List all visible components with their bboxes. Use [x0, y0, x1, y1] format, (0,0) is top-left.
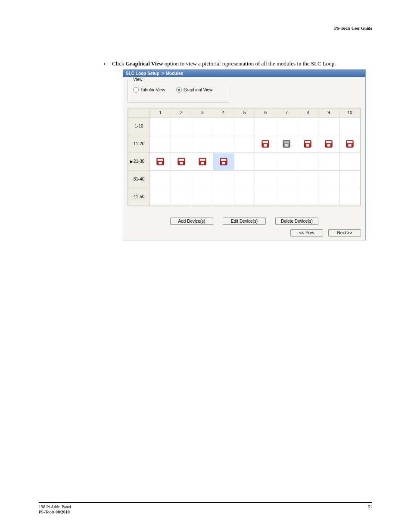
grid-cell[interactable]: [213, 135, 234, 152]
device-icon: [304, 141, 311, 146]
svg-rect-20: [180, 162, 183, 164]
grid-cell[interactable]: [171, 188, 192, 205]
grid-cell[interactable]: [213, 117, 234, 135]
grid-cell[interactable]: [213, 170, 234, 188]
grid-cell[interactable]: [150, 170, 171, 188]
grid-cell[interactable]: [171, 152, 192, 170]
grid-col-header: 3: [192, 108, 213, 117]
device-icon: [325, 141, 333, 146]
grid-row-header[interactable]: 11-20: [128, 135, 150, 152]
grid-cell[interactable]: [150, 188, 171, 205]
bullet-icon: •: [103, 61, 106, 68]
device-icon: [220, 159, 227, 164]
next-button[interactable]: Next >>: [328, 229, 361, 236]
svg-rect-7: [305, 141, 311, 143]
grid-cell[interactable]: [150, 117, 171, 135]
grid-row-header[interactable]: 1-10: [128, 117, 150, 135]
grid-cell[interactable]: [192, 152, 213, 170]
device-icon: [156, 159, 164, 164]
radio-tabular-view[interactable]: Tabular View: [133, 87, 165, 93]
grid-cell[interactable]: [171, 170, 192, 188]
grid-cell[interactable]: [339, 152, 361, 170]
grid-col-header: 1: [150, 108, 171, 117]
grid-cell[interactable]: [234, 117, 255, 135]
grid-cell[interactable]: [276, 135, 297, 152]
grid-cell[interactable]: [150, 152, 171, 170]
grid-cell[interactable]: [339, 188, 361, 205]
grid-cell[interactable]: [234, 152, 255, 170]
grid-cell[interactable]: [318, 188, 339, 205]
grid-cell[interactable]: [297, 152, 318, 170]
svg-rect-10: [326, 141, 332, 143]
radio-graphical-view[interactable]: Graphical View: [176, 87, 212, 93]
grid-cell[interactable]: [318, 170, 339, 188]
grid-cell[interactable]: [213, 188, 234, 205]
screenshot-window: SLC Loop Setup -> Modules View Tabular V…: [123, 69, 366, 240]
grid-cell[interactable]: [234, 188, 255, 205]
svg-rect-23: [201, 162, 204, 164]
grid-row-header[interactable]: 31-40: [128, 170, 150, 188]
svg-rect-16: [158, 159, 163, 161]
add-device-button[interactable]: Add Device(s): [170, 218, 213, 225]
prev-button[interactable]: << Prev: [290, 229, 323, 236]
grid-cell[interactable]: [318, 117, 339, 135]
grid-cell[interactable]: [192, 170, 213, 188]
grid-row: 1-10: [128, 117, 361, 135]
svg-rect-14: [348, 144, 351, 146]
grid-row: 41-50: [128, 188, 361, 205]
device-icon: [199, 159, 206, 164]
svg-rect-26: [222, 162, 225, 164]
grid-cell[interactable]: [318, 152, 339, 170]
grid-cell[interactable]: [297, 117, 318, 135]
grid-row: ▶21-30: [128, 152, 361, 170]
instruction-post: option to view a pictorial representatio…: [163, 60, 336, 67]
grid-col-header: 6: [255, 108, 276, 117]
grid-col-header: 5: [234, 108, 255, 117]
grid-cell[interactable]: [192, 117, 213, 135]
grid-col-header: 9: [318, 108, 339, 117]
grid-cell[interactable]: [297, 170, 318, 188]
grid-cell[interactable]: [171, 135, 192, 152]
grid-cell[interactable]: [276, 170, 297, 188]
instruction-text: • Click Graphical View option to view a …: [112, 60, 372, 68]
grid-row: 11-20: [128, 135, 361, 152]
delete-device-button[interactable]: Delete Device(s): [275, 218, 318, 225]
svg-rect-13: [347, 141, 353, 143]
grid-cell[interactable]: [234, 170, 255, 188]
device-grid[interactable]: 123456789101-1011-20▶21-3031-4041-50: [128, 108, 361, 206]
page-header-right: PS-Tools User Guide: [334, 26, 372, 31]
grid-cell[interactable]: [276, 117, 297, 135]
grid-cell[interactable]: [339, 117, 361, 135]
grid-cell[interactable]: [255, 152, 276, 170]
grid-cell[interactable]: [255, 170, 276, 188]
window-title: SLC Loop Setup -> Modules: [123, 70, 365, 77]
grid-cell[interactable]: [213, 152, 234, 170]
radio-graphical-label: Graphical View: [184, 87, 212, 92]
grid-cell[interactable]: [192, 188, 213, 205]
grid-cell[interactable]: [276, 188, 297, 205]
grid-cell[interactable]: [276, 152, 297, 170]
grid-col-header: 7: [276, 108, 297, 117]
grid-cell[interactable]: [255, 188, 276, 205]
edit-device-button[interactable]: Edit Device(s): [223, 218, 266, 225]
grid-cell[interactable]: [297, 135, 318, 152]
grid-cell[interactable]: [339, 170, 361, 188]
grid-col-header: 10: [339, 108, 361, 117]
grid-row-header[interactable]: 41-50: [128, 188, 150, 205]
instruction-bold: Graphical View: [125, 60, 163, 67]
grid-cell[interactable]: [339, 135, 361, 152]
grid-cell[interactable]: [255, 135, 276, 152]
svg-rect-25: [221, 159, 226, 161]
grid-row-header[interactable]: ▶21-30: [128, 152, 150, 170]
grid-cell[interactable]: [150, 135, 171, 152]
grid-corner: [128, 108, 150, 117]
svg-rect-19: [179, 159, 184, 161]
grid-cell[interactable]: [234, 135, 255, 152]
grid-cell[interactable]: [255, 117, 276, 135]
grid-cell[interactable]: [318, 135, 339, 152]
device-icon: [262, 141, 269, 146]
grid-cell[interactable]: [171, 117, 192, 135]
grid-cell[interactable]: [297, 188, 318, 205]
grid-col-header: 4: [213, 108, 234, 117]
grid-cell[interactable]: [192, 135, 213, 152]
